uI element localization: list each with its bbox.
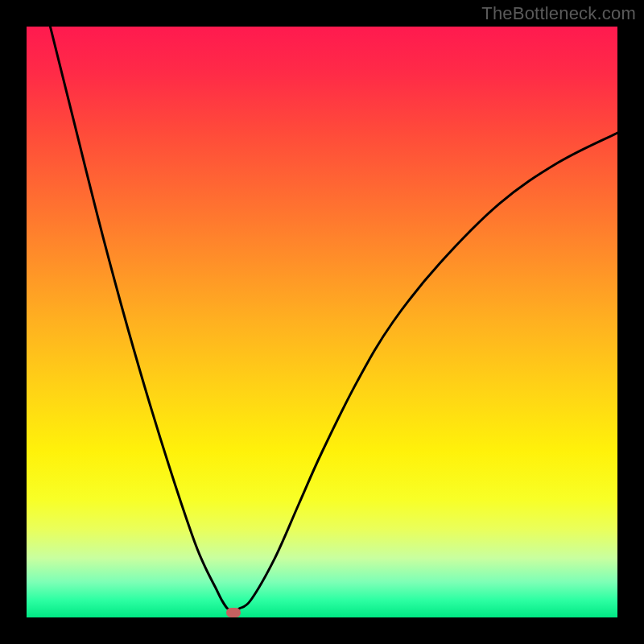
curve-path (50, 27, 617, 612)
chart-plot-area (27, 27, 617, 617)
watermark-text: TheBottleneck.com (481, 3, 636, 24)
bottleneck-curve (27, 27, 617, 617)
optimal-point-marker (226, 608, 241, 617)
